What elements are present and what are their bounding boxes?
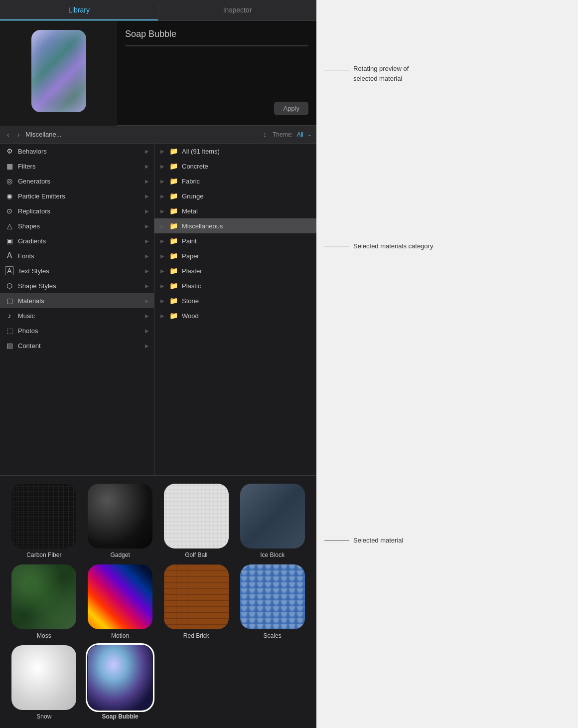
material-scales[interactable]: Scales (236, 564, 308, 639)
paint-arrow-icon: ▶ (160, 238, 164, 244)
sidebar-item-music[interactable]: ♪ Music ▶ (0, 308, 154, 323)
sidebar-item-label: Shapes (18, 222, 40, 230)
particle-emitters-arrow-icon: ▶ (145, 193, 149, 199)
tab-inspector[interactable]: Inspector (158, 0, 316, 20)
materials-icon: ▢ (5, 296, 14, 305)
gradients-icon: ▣ (5, 236, 14, 245)
category-concrete[interactable]: ▶ 📁 Concrete (154, 159, 316, 174)
sidebar-item-label: Photos (18, 327, 38, 335)
category-grunge[interactable]: ▶ 📁 Grunge (154, 188, 316, 203)
sidebar-item-materials[interactable]: ▢ Materials ▶ (0, 293, 154, 308)
annotation-preview-line (324, 70, 349, 70)
category-miscellaneous[interactable]: ▶ 📁 Miscellaneous (154, 218, 316, 233)
sidebar-item-shape-styles[interactable]: ⬡ Shape Styles ▶ (0, 278, 154, 293)
category-plaster[interactable]: ▶ 📁 Plaster (154, 263, 316, 278)
paper-arrow-icon: ▶ (160, 253, 164, 259)
category-plastic[interactable]: ▶ 📁 Plastic (154, 278, 316, 293)
apply-button[interactable]: Apply (274, 102, 308, 115)
material-motion[interactable]: Motion (84, 564, 156, 639)
motion-label: Motion (111, 632, 129, 639)
category-wood[interactable]: ▶ 📁 Wood (154, 308, 316, 323)
category-label: Plaster (182, 267, 202, 275)
miscellaneous-arrow-icon: ▶ (160, 223, 164, 229)
category-label: Plastic (182, 282, 201, 290)
category-label: Stone (182, 297, 199, 305)
metal-arrow-icon: ▶ (160, 208, 164, 214)
paint-folder-icon: 📁 (169, 237, 178, 245)
sidebar-item-photos[interactable]: ⬚ Photos ▶ (0, 323, 154, 338)
generators-icon: ◎ (5, 177, 14, 185)
gradients-arrow-icon: ▶ (145, 238, 149, 244)
photos-icon: ⬚ (5, 326, 14, 335)
breadcrumb-arrows[interactable]: ↕ (261, 130, 269, 140)
category-paint[interactable]: ▶ 📁 Paint (154, 233, 316, 248)
generators-arrow-icon: ▶ (145, 179, 149, 184)
material-soap-bubble[interactable]: Soap Bubble (84, 645, 156, 720)
breadcrumb: Miscellane... (25, 131, 257, 138)
annotation-category: Selected materials category (324, 241, 433, 251)
material-moss[interactable]: Moss (8, 564, 80, 639)
theme-chevron-icon[interactable]: ⌄ (307, 132, 311, 137)
sidebar-item-label: Generators (18, 178, 50, 185)
category-paper[interactable]: ▶ 📁 Paper (154, 248, 316, 263)
sidebar-item-filters[interactable]: ▦ Filters ▶ (0, 159, 154, 174)
behaviors-icon: ⚙ (5, 147, 14, 156)
soap-bubble-thumb (88, 645, 152, 710)
sidebar-item-generators[interactable]: ◎ Generators ▶ (0, 174, 154, 188)
forward-button[interactable]: › (15, 130, 22, 140)
category-label: Metal (182, 207, 198, 215)
material-golf-ball[interactable]: Golf Ball (160, 484, 233, 558)
annotation-material: Selected material (324, 536, 403, 546)
fonts-icon: A (5, 251, 14, 260)
annotation-category-text: Selected materials category (349, 241, 433, 251)
category-stone[interactable]: ▶ 📁 Stone (154, 293, 316, 308)
sidebar-item-particle-emitters[interactable]: ◉ Particle Emitters ▶ (0, 188, 154, 203)
category-fabric[interactable]: ▶ 📁 Fabric (154, 174, 316, 188)
sidebar-item-label: Shape Styles (18, 282, 56, 290)
preview-info: Soap Bubble Apply (117, 21, 316, 125)
material-red-brick[interactable]: Red Brick (160, 564, 233, 639)
gadget-label: Gadget (110, 551, 130, 558)
back-button[interactable]: ‹ (5, 130, 11, 140)
material-gadget[interactable]: Gadget (84, 484, 156, 558)
sidebar-item-shapes[interactable]: △ Shapes ▶ (0, 218, 154, 233)
material-ice-block[interactable]: Ice Block (236, 484, 308, 558)
stone-arrow-icon: ▶ (160, 298, 164, 304)
sidebar-item-gradients[interactable]: ▣ Gradients ▶ (0, 233, 154, 248)
category-all[interactable]: ▶ 📁 All (91 items) (154, 144, 316, 159)
scales-label: Scales (264, 632, 282, 639)
preview-divider (125, 45, 308, 46)
motion-thumb (88, 564, 152, 629)
scales-thumb (240, 564, 305, 629)
right-panel: Rotating preview ofselected material Sel… (316, 0, 578, 728)
sidebar-item-label: Materials (18, 297, 44, 305)
concrete-folder-icon: 📁 (169, 162, 178, 170)
sidebar-item-behaviors[interactable]: ⚙ Behaviors ▶ (0, 144, 154, 159)
sidebar-item-label: Content (18, 342, 41, 350)
moss-label: Moss (37, 632, 51, 639)
sidebar-item-label: Text Styles (18, 267, 49, 275)
behaviors-arrow-icon: ▶ (145, 149, 149, 154)
replicators-icon: ⊙ (5, 206, 14, 215)
sidebar-item-label: Behaviors (18, 148, 47, 155)
material-snow[interactable]: Snow (8, 645, 80, 720)
metal-folder-icon: 📁 (169, 207, 178, 215)
category-metal[interactable]: ▶ 📁 Metal (154, 203, 316, 218)
sidebar-item-replicators[interactable]: ⊙ Replicators ▶ (0, 203, 154, 218)
tab-library[interactable]: Library (0, 0, 158, 20)
sidebar-item-label: Music (18, 312, 35, 320)
snow-label: Snow (36, 713, 51, 720)
fabric-arrow-icon: ▶ (160, 179, 164, 184)
photos-arrow-icon: ▶ (145, 328, 149, 334)
ice-block-thumb (240, 484, 305, 548)
annotation-material-line (324, 540, 349, 541)
sidebar-item-text-styles[interactable]: A Text Styles ▶ (0, 263, 154, 278)
material-carbon-fiber[interactable]: Carbon Fiber (8, 484, 80, 558)
soap-bubble-label: Soap Bubble (102, 713, 138, 720)
sidebar-item-content[interactable]: ▤ Content ▶ (0, 338, 154, 353)
annotation-preview: Rotating preview ofselected material (324, 64, 409, 83)
sidebar-item-label: Particle Emitters (18, 192, 65, 200)
shape-styles-arrow-icon: ▶ (145, 283, 149, 289)
moss-thumb (11, 564, 76, 629)
sidebar-item-fonts[interactable]: A Fonts ▶ (0, 248, 154, 263)
